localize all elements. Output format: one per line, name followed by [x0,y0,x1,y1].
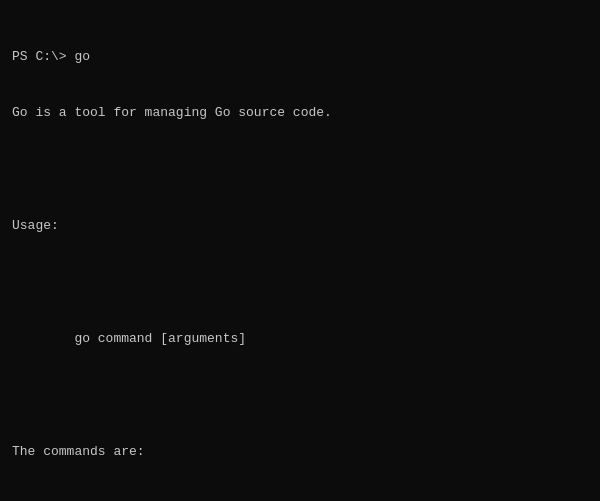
usage-label: Usage: [12,217,588,236]
terminal-window: PS C:\> go Go is a tool for managing Go … [12,10,588,501]
blank1 [12,161,588,180]
blank2 [12,274,588,293]
tagline: Go is a tool for managing Go source code… [12,104,588,123]
commands-label: The commands are: [12,443,588,462]
blank3 [12,387,588,406]
prompt-line: PS C:\> go [12,48,588,67]
usage-cmd: go command [arguments] [12,330,588,349]
